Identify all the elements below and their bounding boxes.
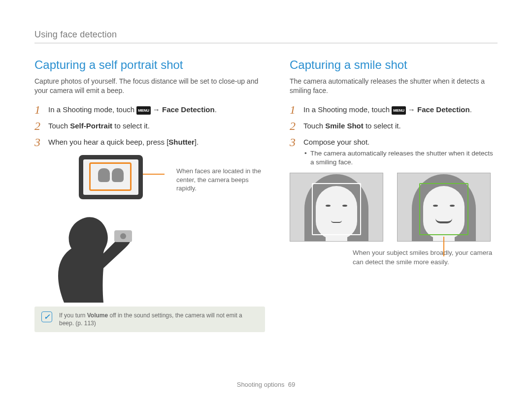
section-title-left: Capturing a self portrait shot [34,58,265,72]
detection-box-green-icon [419,183,468,235]
face-smiling-icon [397,173,491,242]
face-neutral-icon [290,173,383,242]
bullet-right: The camera automatically releases the sh… [303,149,498,167]
intro-left: Capture photos of yourself. The focus di… [34,77,265,95]
face-detection-frame-icon [89,162,132,191]
menu-icon: MENU [136,106,150,115]
step-right-1: In a Shooting mode, touch MENU → Face De… [290,104,498,115]
face-icon [98,168,110,182]
note-box: ✓ If you turn Volume off in the sound se… [34,307,265,332]
steps-right: In a Shooting mode, touch MENU → Face De… [290,104,498,167]
svg-point-1 [120,233,126,239]
camera-screen-icon [79,155,143,199]
face-icon [112,168,124,182]
steps-left: In a Shooting mode, touch MENU → Face De… [34,104,265,147]
section-title-right: Capturing a smile shot [290,58,498,72]
step-left-1: In a Shooting mode, touch MENU → Face De… [34,104,265,115]
note-text: If you turn Volume off in the sound sett… [59,311,258,327]
intro-right: The camera automatically releases the sh… [290,77,498,95]
section-smile-shot: Capturing a smile shot The camera automa… [290,58,498,332]
callout-line-icon [143,174,165,175]
callout-right: When your subject smiles broadly, your c… [353,248,496,266]
menu-icon: MENU [392,106,405,115]
page-footer: Shooting options 69 [0,381,532,388]
step-left-3: When you hear a quick beep, press [Shutt… [34,137,265,147]
step-left-2: Touch Self-Portrait to select it. [34,121,265,131]
person-silhouette-icon [44,199,143,303]
detection-box-white-icon [312,183,361,235]
step-right-2: Touch Smile Shot to select it. [290,121,498,131]
info-icon: ✓ [41,311,52,322]
illustration-self-portrait [34,155,167,303]
section-self-portrait: Capturing a self portrait shot Capture p… [34,58,265,332]
callout-left: When faces are located in the center, th… [176,167,265,193]
breadcrumb: Using face detection [34,30,498,43]
step-right-3: Compose your shot. The camera automatica… [290,137,498,167]
illustration-smile [290,173,498,242]
callout-line-icon [443,237,444,256]
